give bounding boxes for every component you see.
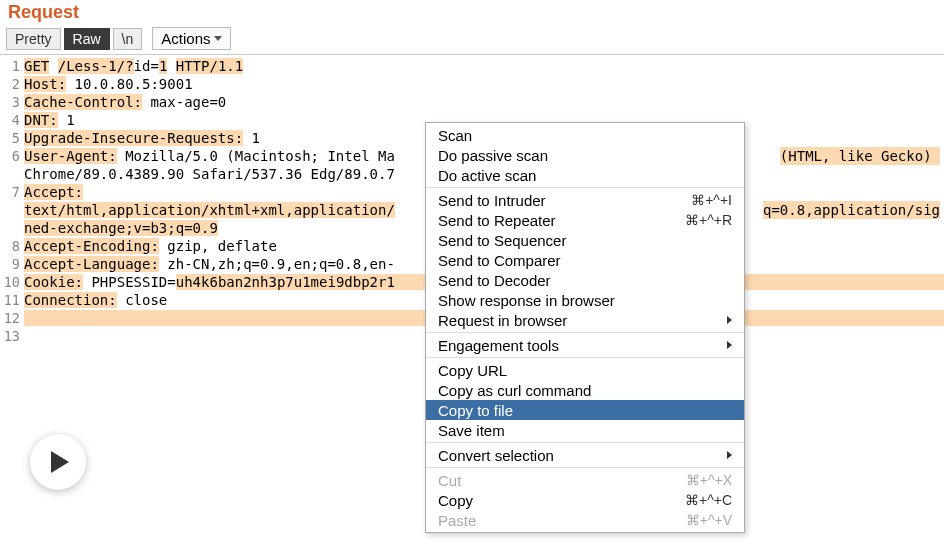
menu-item[interactable]: Convert selection [426, 445, 744, 465]
menu-shortcut: ⌘+^+X [686, 472, 732, 488]
menu-item-label: Engagement tools [438, 337, 559, 354]
toolbar: Pretty Raw \n Actions [0, 25, 944, 55]
menu-item[interactable]: Do passive scan [426, 145, 744, 165]
menu-item-label: Copy to file [438, 402, 513, 419]
editor-line: 3Cache-Control: max-age=0 [0, 93, 944, 111]
menu-item-label: Request in browser [438, 312, 567, 329]
menu-item-label: Convert selection [438, 447, 554, 464]
submenu-arrow-icon [727, 316, 732, 324]
menu-item-label: Copy as curl command [438, 382, 591, 399]
line-number: 12 [0, 309, 24, 327]
play-icon [51, 451, 69, 473]
line-number: 4 [0, 111, 24, 129]
tab-raw[interactable]: Raw [64, 28, 110, 50]
menu-separator [426, 467, 744, 468]
line-content: Host: 10.0.80.5:9001 [24, 75, 944, 93]
editor-line: 2Host: 10.0.80.5:9001 [0, 75, 944, 93]
menu-item-label: Send to Repeater [438, 212, 556, 229]
line-number: 6 [0, 147, 24, 165]
menu-item[interactable]: Send to Sequencer [426, 230, 744, 250]
menu-item[interactable]: Request in browser [426, 310, 744, 330]
line-content: GET /Less-1/?id=1 HTTP/1.1 [24, 57, 944, 75]
menu-item-label: Copy [438, 492, 473, 509]
line-number: 11 [0, 291, 24, 309]
menu-item-label: Scan [438, 127, 472, 144]
tab-newline[interactable]: \n [113, 28, 143, 50]
menu-item[interactable]: Send to Intruder⌘+^+I [426, 190, 744, 210]
line-number: 8 [0, 237, 24, 255]
menu-item[interactable]: Send to Decoder [426, 270, 744, 290]
line-number: 13 [0, 327, 24, 345]
line-number: 7 [0, 183, 24, 201]
line-content: Cache-Control: max-age=0 [24, 93, 944, 111]
editor-line: 1GET /Less-1/?id=1 HTTP/1.1 [0, 57, 944, 75]
line-number: 10 [0, 273, 24, 291]
menu-item-label: Send to Sequencer [438, 232, 566, 249]
line-number: 2 [0, 75, 24, 93]
menu-shortcut: ⌘+^+I [691, 192, 732, 208]
menu-separator [426, 357, 744, 358]
menu-item[interactable]: Send to Comparer [426, 250, 744, 270]
context-menu: ScanDo passive scanDo active scanSend to… [425, 122, 745, 533]
menu-shortcut: ⌘+^+C [685, 492, 732, 508]
menu-item: Cut⌘+^+X [426, 470, 744, 490]
menu-item[interactable]: Engagement tools [426, 335, 744, 355]
menu-item-label: Paste [438, 512, 476, 529]
menu-separator [426, 187, 744, 188]
menu-item-label: Send to Decoder [438, 272, 551, 289]
menu-item[interactable]: Copy as curl command [426, 380, 744, 400]
menu-item-label: Show response in browser [438, 292, 615, 309]
menu-item-label: Do passive scan [438, 147, 548, 164]
menu-item-label: Save item [438, 422, 505, 439]
chevron-down-icon [214, 36, 222, 41]
submenu-arrow-icon [727, 341, 732, 349]
actions-dropdown[interactable]: Actions [152, 27, 231, 50]
menu-shortcut: ⌘+^+V [686, 512, 732, 528]
menu-item[interactable]: Copy⌘+^+C [426, 490, 744, 510]
menu-item-label: Send to Intruder [438, 192, 546, 209]
menu-separator [426, 442, 744, 443]
actions-label: Actions [161, 30, 210, 47]
line-number: 3 [0, 93, 24, 111]
tab-pretty[interactable]: Pretty [6, 28, 61, 50]
menu-separator [426, 332, 744, 333]
menu-item[interactable]: Scan [426, 125, 744, 145]
submenu-arrow-icon [727, 451, 732, 459]
panel-title: Request [8, 2, 79, 22]
menu-item[interactable]: Copy to file [426, 400, 744, 420]
line-number: 5 [0, 129, 24, 147]
menu-item-label: Send to Comparer [438, 252, 561, 269]
menu-item: Paste⌘+^+V [426, 510, 744, 530]
menu-item[interactable]: Send to Repeater⌘+^+R [426, 210, 744, 230]
menu-shortcut: ⌘+^+R [685, 212, 732, 228]
menu-item-label: Cut [438, 472, 461, 489]
menu-item[interactable]: Do active scan [426, 165, 744, 185]
play-button[interactable] [30, 434, 86, 490]
line-number: 1 [0, 57, 24, 75]
menu-item-label: Copy URL [438, 362, 507, 379]
menu-item-label: Do active scan [438, 167, 536, 184]
menu-item[interactable]: Save item [426, 420, 744, 440]
menu-item[interactable]: Show response in browser [426, 290, 744, 310]
line-number: 9 [0, 255, 24, 273]
panel-header: Request [0, 0, 944, 25]
menu-item[interactable]: Copy URL [426, 360, 744, 380]
